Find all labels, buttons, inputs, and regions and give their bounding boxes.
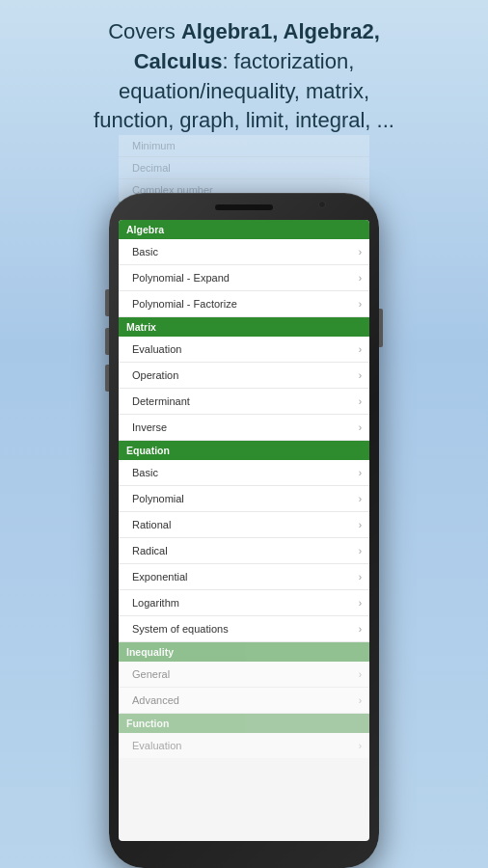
chevron-icon: › xyxy=(359,520,362,530)
section-inequality: Inequality xyxy=(119,642,369,662)
phone-button-left3 xyxy=(105,365,109,392)
menu-item-algebra-basic[interactable]: Basic › xyxy=(119,239,369,265)
menu-item-equation-radical[interactable]: Radical › xyxy=(119,538,369,564)
menu-item-matrix-determinant[interactable]: Determinant › xyxy=(119,389,369,415)
phone-camera xyxy=(318,201,326,208)
bold-courses: Algebra1, Algebra2,Calculus xyxy=(134,19,380,73)
phone-button-left2 xyxy=(105,328,109,355)
chevron-icon: › xyxy=(359,344,362,355)
menu-item-system-equations[interactable]: System of equations › xyxy=(119,616,369,642)
phone-shell: Algebra Basic › Polynomial - Expand › Po… xyxy=(109,193,379,868)
menu-item-general[interactable]: General › xyxy=(119,662,369,688)
chevron-icon: › xyxy=(359,299,362,310)
chevron-icon: › xyxy=(359,598,362,609)
phone-button-left1 xyxy=(105,289,109,316)
menu-item-function-evaluation[interactable]: Evaluation › xyxy=(119,733,369,758)
section-function: Function xyxy=(119,714,369,733)
menu-item-equation-rational[interactable]: Rational › xyxy=(119,512,369,538)
phone-screen: Algebra Basic › Polynomial - Expand › Po… xyxy=(119,220,369,841)
menu-item-polynomial-factorize[interactable]: Polynomial - Factorize › xyxy=(119,291,369,317)
chevron-icon: › xyxy=(359,494,362,504)
chevron-icon: › xyxy=(359,422,362,433)
menu-item-matrix-operation[interactable]: Operation › xyxy=(119,363,369,389)
faded-item-minimum: Minimum xyxy=(119,135,369,157)
main-menu: Algebra Basic › Polynomial - Expand › Po… xyxy=(119,220,369,758)
chevron-icon: › xyxy=(359,669,362,680)
menu-item-equation-logarithm[interactable]: Logarithm › xyxy=(119,590,369,616)
chevron-icon: › xyxy=(359,370,362,381)
menu-item-advanced[interactable]: Advanced › xyxy=(119,688,369,714)
chevron-icon: › xyxy=(359,468,362,478)
menu-item-polynomial-expand[interactable]: Polynomial - Expand › xyxy=(119,265,369,291)
section-matrix: Matrix xyxy=(119,317,369,337)
chevron-icon: › xyxy=(359,273,362,284)
faded-item-decimal: Decimal xyxy=(119,157,369,179)
chevron-icon: › xyxy=(359,546,362,556)
menu-item-equation-exponential[interactable]: Exponential › xyxy=(119,564,369,590)
chevron-icon: › xyxy=(359,572,362,583)
chevron-icon: › xyxy=(359,695,362,706)
menu-item-equation-basic[interactable]: Basic › xyxy=(119,460,369,486)
phone-button-right xyxy=(379,309,383,347)
chevron-icon: › xyxy=(359,396,362,407)
header-description: Covers Algebra1, Algebra2,Calculus: fact… xyxy=(19,17,469,136)
section-equation: Equation xyxy=(119,441,369,460)
chevron-icon: › xyxy=(359,741,362,751)
phone-speaker xyxy=(215,204,273,210)
chevron-icon: › xyxy=(359,624,362,635)
menu-item-matrix-evaluation[interactable]: Evaluation › xyxy=(119,337,369,363)
chevron-icon: › xyxy=(359,247,362,258)
section-algebra: Algebra xyxy=(119,220,369,239)
menu-item-equation-polynomial[interactable]: Polynomial › xyxy=(119,486,369,512)
menu-item-matrix-inverse[interactable]: Inverse › xyxy=(119,415,369,441)
